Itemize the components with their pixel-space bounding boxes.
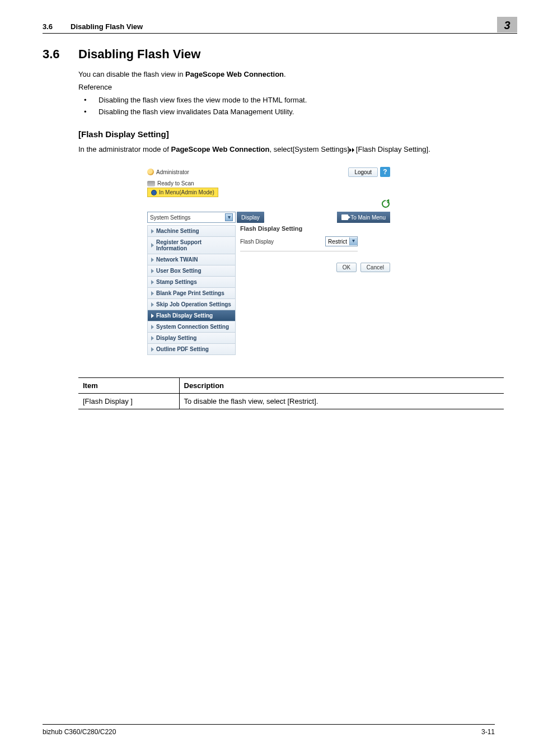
triangle-icon (151, 314, 154, 318)
bullet-2: Disabling the flash view invalidates Dat… (78, 107, 495, 118)
reference-label: Reference (78, 82, 495, 93)
description-table: Item Description [Flash Display ] To dis… (78, 377, 504, 409)
triangle-icon (151, 243, 154, 248)
flash-display-select-value: Restrict (326, 239, 349, 245)
ok-button[interactable]: OK (336, 263, 357, 272)
sidebar-item-label: User Box Setting (156, 268, 202, 274)
table-header-description: Description (179, 378, 504, 394)
subsection-heading: [Flash Display Setting] (78, 129, 495, 139)
section-heading: 3.6 Disabling Flash View (43, 47, 495, 62)
main-panel: Flash Display Setting Flash Display Rest… (240, 225, 390, 355)
header-section-title: Disabling Flash View (71, 22, 143, 31)
table-row: [Flash Display ] To disable the flash vi… (78, 394, 504, 409)
triangle-icon (151, 258, 154, 262)
header-section-number: 3.6 (43, 22, 53, 31)
to-main-menu-icon (341, 214, 348, 220)
category-select[interactable]: System Settings ▾ (147, 212, 236, 223)
sidebar-item-system-connection[interactable]: System Connection Setting (147, 321, 236, 332)
table-cell-description: To disable the flash view, select [Restr… (179, 394, 504, 409)
triangle-icon (151, 302, 154, 307)
triangle-icon (151, 229, 154, 234)
to-main-menu-button[interactable]: To Main Menu (337, 212, 390, 223)
sidebar-item-user-box[interactable]: User Box Setting (147, 265, 236, 276)
triangle-icon (151, 269, 154, 273)
printer-icon (147, 181, 155, 186)
running-header: 3.6 Disabling Flash View (43, 22, 517, 34)
in-menu-text: In Menu(Admin Mode) (159, 189, 214, 195)
sidebar-item-outline-pdf[interactable]: Outline PDF Setting (147, 343, 236, 355)
sidebar-item-skip-job[interactable]: Skip Job Operation Settings (147, 298, 236, 310)
sidebar-item-label: Blank Page Print Settings (156, 290, 224, 296)
sidebar-item-display[interactable]: Display Setting (147, 332, 236, 343)
to-main-menu-label: To Main Menu (350, 214, 386, 221)
sidebar-item-label: Network TWAIN (156, 256, 198, 263)
in-menu-icon (151, 190, 157, 195)
reference-bullets: Disabling the flash view fixes the view … (78, 95, 495, 118)
triangle-icon (151, 291, 154, 296)
triangle-icon (151, 325, 154, 329)
intro-line: You can disable the flash view in PageSc… (78, 69, 495, 80)
sidebar: Machine Setting Register Support Informa… (147, 225, 236, 355)
flash-display-label: Flash Display (240, 239, 274, 245)
page-footer: bizhub C360/C280/C220 3-11 (43, 724, 495, 736)
subtext-pre: In the administrator mode of (78, 145, 171, 153)
section-title: Disabling Flash View (78, 47, 200, 62)
sidebar-item-machine-setting[interactable]: Machine Setting (147, 225, 236, 236)
sidebar-item-blank-page[interactable]: Blank Page Print Settings (147, 287, 236, 298)
table-header-item: Item (78, 378, 179, 394)
admin-label: Administrator (156, 169, 189, 175)
subtext-mid: , select[System Settings] (270, 145, 349, 153)
intro-post: . (284, 70, 286, 78)
sidebar-item-stamp[interactable]: Stamp Settings (147, 276, 236, 287)
footer-page-number: 3-11 (481, 728, 495, 736)
sidebar-item-flash-display[interactable]: Flash Display Setting (147, 310, 236, 321)
in-menu-badge: In Menu(Admin Mode) (147, 188, 218, 197)
sidebar-item-label: Outline PDF Setting (156, 346, 209, 352)
intro-bold: PageScope Web Connection (185, 70, 284, 78)
sidebar-item-label: Stamp Settings (156, 279, 197, 285)
triangle-icon (151, 336, 154, 340)
sidebar-item-label: Machine Setting (156, 228, 199, 234)
chevron-down-icon: ▾ (349, 237, 357, 245)
category-select-value: System Settings (150, 214, 190, 221)
table-cell-item: [Flash Display ] (78, 394, 179, 409)
triangle-icon (151, 347, 154, 352)
sidebar-item-label: Register Support Information (156, 239, 232, 251)
chevron-down-icon: ▾ (225, 213, 233, 221)
sidebar-item-label: Flash Display Setting (156, 312, 213, 319)
sidebar-item-label: System Connection Setting (156, 324, 229, 330)
section-number: 3.6 (43, 47, 78, 62)
arrow-icon (349, 145, 356, 156)
ready-to-scan-label: Ready to Scan (157, 180, 194, 186)
sidebar-item-label: Display Setting (156, 335, 196, 341)
cancel-button[interactable]: Cancel (360, 263, 390, 272)
refresh-button[interactable] (381, 199, 390, 208)
logout-button[interactable]: Logout (348, 167, 378, 177)
embedded-screenshot: Administrator Logout ? Ready to Scan In … (143, 165, 395, 362)
flash-display-select[interactable]: Restrict ▾ (325, 236, 358, 246)
subsection-text: In the administrator mode of PageScope W… (78, 144, 495, 156)
display-button[interactable]: Display (237, 212, 264, 223)
subtext-bold: PageScope Web Connection (171, 145, 269, 153)
triangle-icon (151, 280, 154, 284)
sidebar-item-network-twain[interactable]: Network TWAIN (147, 254, 236, 265)
help-button[interactable]: ? (380, 167, 390, 177)
panel-title: Flash Display Setting (240, 225, 390, 232)
intro-pre: You can disable the flash view in (78, 70, 185, 78)
admin-icon (147, 169, 154, 175)
subtext-post: [Flash Display Setting]. (356, 145, 430, 153)
footer-model: bizhub C360/C280/C220 (43, 728, 116, 736)
bullet-1: Disabling the flash view fixes the view … (78, 95, 495, 106)
sidebar-item-register-support[interactable]: Register Support Information (147, 236, 236, 254)
sidebar-item-label: Skip Job Operation Settings (156, 301, 231, 307)
